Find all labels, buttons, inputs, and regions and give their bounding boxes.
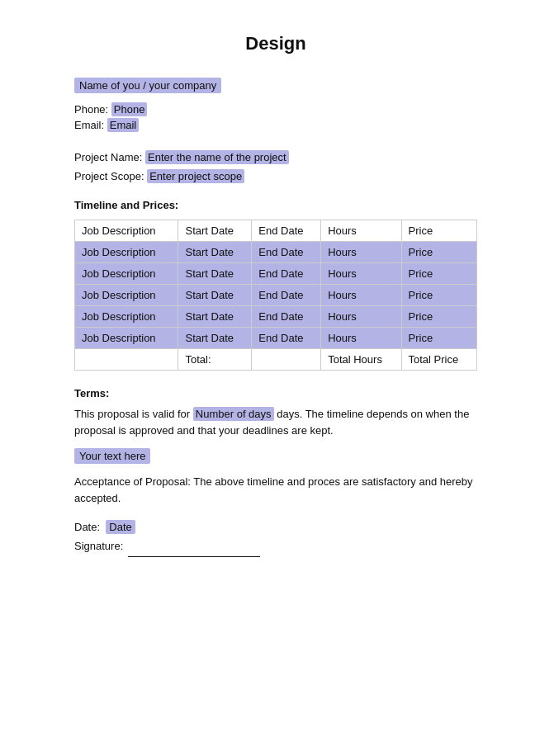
email-label: Email:: [74, 119, 104, 131]
project-scope-label: Project Scope:: [74, 170, 144, 182]
cell-job-4[interactable]: Job Description: [75, 306, 178, 328]
date-value[interactable]: Date: [106, 520, 135, 534]
cell-price-4[interactable]: Price: [401, 306, 476, 328]
phone-value[interactable]: Phone: [111, 102, 148, 116]
terms-days[interactable]: Number of days: [193, 407, 274, 421]
cell-job-1[interactable]: Job Description: [75, 242, 178, 263]
project-name-label: Project Name:: [74, 151, 142, 163]
terms-text-before: This proposal is valid for: [74, 408, 190, 420]
email-line: Email: Email: [74, 119, 477, 131]
terms-section: Terms: This proposal is valid for Number…: [74, 387, 477, 557]
col-job: Job Description: [75, 220, 178, 242]
table-row[interactable]: Job Description Start Date End Date Hour…: [75, 306, 477, 328]
signature-field[interactable]: [128, 536, 260, 556]
cell-price-2[interactable]: Price: [401, 263, 476, 285]
cell-start-2[interactable]: Start Date: [178, 263, 252, 285]
page-title: Design: [74, 33, 477, 54]
timeline-header: Timeline and Prices:: [74, 199, 477, 211]
timeline-table: Job Description Start Date End Date Hour…: [74, 220, 477, 371]
total-empty-1: [75, 349, 178, 371]
signature-line: Signature:: [74, 536, 477, 556]
cell-job-5[interactable]: Job Description: [75, 328, 178, 349]
company-block: Name of you / your company Phone: Phone …: [74, 78, 477, 131]
cell-end-2[interactable]: End Date: [252, 263, 321, 285]
date-label: Date:: [74, 521, 100, 533]
cell-price-3[interactable]: Price: [401, 285, 476, 306]
table-header-row: Job Description Start Date End Date Hour…: [75, 220, 477, 242]
email-value[interactable]: Email: [107, 118, 140, 132]
col-price: Price: [401, 220, 476, 242]
total-hours[interactable]: Total Hours: [321, 349, 401, 371]
cell-job-2[interactable]: Job Description: [75, 263, 178, 285]
total-price[interactable]: Total Price: [401, 349, 476, 371]
total-row: Total: Total Hours Total Price: [75, 349, 477, 371]
cell-hours-1[interactable]: Hours: [321, 242, 401, 263]
cell-end-5[interactable]: End Date: [252, 328, 321, 349]
cell-price-1[interactable]: Price: [401, 242, 476, 263]
table-row[interactable]: Job Description Start Date End Date Hour…: [75, 285, 477, 306]
cell-job-3[interactable]: Job Description: [75, 285, 178, 306]
signature-label: Signature:: [74, 540, 123, 552]
project-name-value[interactable]: Enter the name of the project: [145, 150, 289, 164]
cell-start-5[interactable]: Start Date: [178, 328, 252, 349]
table-row[interactable]: Job Description Start Date End Date Hour…: [75, 242, 477, 263]
cell-end-4[interactable]: End Date: [252, 306, 321, 328]
total-empty-2: [252, 349, 321, 371]
cell-end-3[interactable]: End Date: [252, 285, 321, 306]
acceptance-text: Acceptance of Proposal: The above timeli…: [74, 474, 477, 506]
cell-start-1[interactable]: Start Date: [178, 242, 252, 263]
cell-end-1[interactable]: End Date: [252, 242, 321, 263]
cell-start-3[interactable]: Start Date: [178, 285, 252, 306]
company-name[interactable]: Name of you / your company: [74, 78, 221, 93]
project-scope-line: Project Scope: Enter project scope: [74, 170, 477, 182]
col-end: End Date: [252, 220, 321, 242]
cell-hours-5[interactable]: Hours: [321, 328, 401, 349]
date-line: Date: Date: [74, 517, 477, 536]
cell-hours-4[interactable]: Hours: [321, 306, 401, 328]
col-hours: Hours: [321, 220, 401, 242]
table-row[interactable]: Job Description Start Date End Date Hour…: [75, 328, 477, 349]
cell-hours-2[interactable]: Hours: [321, 263, 401, 285]
cell-hours-3[interactable]: Hours: [321, 285, 401, 306]
project-scope-value[interactable]: Enter project scope: [147, 169, 244, 183]
cell-price-5[interactable]: Price: [401, 328, 476, 349]
terms-header: Terms:: [74, 387, 477, 399]
cell-start-4[interactable]: Start Date: [178, 306, 252, 328]
table-row[interactable]: Job Description Start Date End Date Hour…: [75, 263, 477, 285]
project-name-line: Project Name: Enter the name of the proj…: [74, 151, 477, 163]
project-section: Project Name: Enter the name of the proj…: [74, 151, 477, 182]
total-label: Total:: [178, 349, 252, 371]
phone-line: Phone: Phone: [74, 103, 477, 116]
your-text[interactable]: Your text here: [74, 448, 150, 464]
col-start: Start Date: [178, 220, 252, 242]
terms-paragraph: This proposal is valid for Number of day…: [74, 406, 477, 438]
signature-section: Date: Date Signature:: [74, 517, 477, 557]
phone-label: Phone:: [74, 103, 108, 116]
